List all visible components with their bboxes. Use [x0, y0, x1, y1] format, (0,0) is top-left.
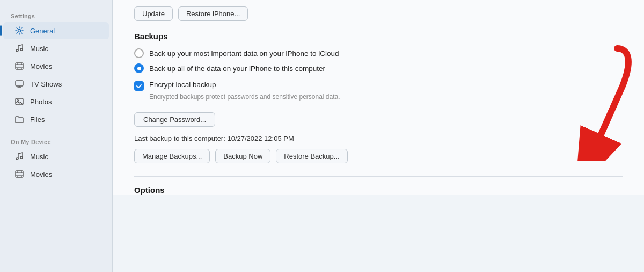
encrypt-checkbox — [134, 81, 144, 91]
svg-point-2 — [20, 48, 23, 51]
last-backup-text: Last backup to this computer: 10/27/2022… — [134, 134, 623, 142]
svg-rect-3 — [16, 63, 23, 69]
sidebar-item-general[interactable]: General — [3, 22, 109, 39]
music-note-device-icon — [14, 151, 25, 162]
folder-icon — [14, 114, 25, 125]
sidebar-item-photos-label: Photos — [30, 98, 52, 106]
svg-rect-17 — [16, 171, 23, 177]
radio-computer-label: Back up all of the data on your iPhone t… — [149, 65, 325, 73]
top-buttons-row: Update Restore iPhone... — [134, 0, 623, 32]
change-password-button[interactable]: Change Password... — [134, 112, 215, 127]
tv-icon — [14, 78, 25, 89]
sidebar-item-tv-shows[interactable]: TV Shows — [3, 75, 109, 92]
music-note-icon — [14, 43, 25, 54]
sidebar-settings-label: Settings — [0, 9, 112, 22]
sidebar-item-music-device[interactable]: Music — [3, 148, 109, 165]
svg-rect-10 — [16, 81, 23, 86]
radio-icloud-circle — [134, 48, 144, 58]
photo-icon — [14, 96, 25, 107]
sidebar-item-music[interactable]: Music — [3, 40, 109, 57]
update-button[interactable]: Update — [134, 6, 173, 21]
svg-point-0 — [18, 30, 21, 32]
sidebar-item-movies-device[interactable]: Movies — [3, 166, 109, 183]
sidebar-item-files[interactable]: Files — [3, 111, 109, 128]
options-section: Options — [134, 185, 623, 195]
main-content-wrapper: Update Restore iPhone... Backups Back up… — [113, 0, 644, 272]
radio-computer-circle — [134, 63, 144, 73]
encrypt-sublabel: Encrypted backups protect passwords and … — [149, 93, 623, 101]
encrypt-checkbox-label: Encrypt local backup — [149, 81, 216, 89]
backup-buttons-row: Manage Backups... Backup Now Restore Bac… — [134, 149, 623, 163]
sidebar-on-my-device-label: On My Device — [0, 134, 112, 147]
sidebar: Settings General Music — [0, 0, 113, 272]
sidebar-item-movies[interactable]: Movies — [3, 58, 109, 75]
sidebar-item-music-label: Music — [30, 45, 48, 53]
sidebar-item-movies-device-label: Movies — [30, 170, 52, 178]
svg-point-16 — [20, 156, 23, 159]
options-title: Options — [134, 185, 623, 195]
sidebar-item-files-label: Files — [30, 116, 45, 124]
radio-computer[interactable]: Back up all of the data on your iPhone t… — [134, 63, 623, 73]
svg-point-15 — [16, 158, 18, 160]
sidebar-item-general-label: General — [30, 27, 55, 35]
radio-icloud[interactable]: Back up your most important data on your… — [134, 48, 623, 58]
gear-icon — [14, 25, 25, 36]
manage-backups-button[interactable]: Manage Backups... — [134, 149, 210, 163]
sidebar-item-photos[interactable]: Photos — [3, 93, 109, 110]
restore-iphone-button[interactable]: Restore iPhone... — [178, 6, 248, 21]
sidebar-item-tv-shows-label: TV Shows — [30, 80, 62, 88]
film-icon — [14, 61, 25, 71]
backups-title: Backups — [134, 32, 623, 41]
sidebar-item-music-device-label: Music — [30, 153, 48, 161]
backups-section: Backups Back up your most important data… — [134, 32, 623, 163]
radio-icloud-label: Back up your most important data on your… — [149, 49, 339, 58]
main-content: Update Restore iPhone... Backups Back up… — [113, 0, 644, 195]
restore-backup-button[interactable]: Restore Backup... — [276, 149, 347, 163]
encrypt-checkbox-row[interactable]: Encrypt local backup — [134, 81, 623, 91]
svg-point-1 — [16, 49, 18, 52]
svg-point-14 — [17, 100, 19, 102]
film-device-icon — [14, 169, 25, 180]
backup-now-button[interactable]: Backup Now — [215, 149, 270, 163]
section-divider — [134, 176, 623, 177]
sidebar-item-movies-label: Movies — [30, 62, 52, 70]
